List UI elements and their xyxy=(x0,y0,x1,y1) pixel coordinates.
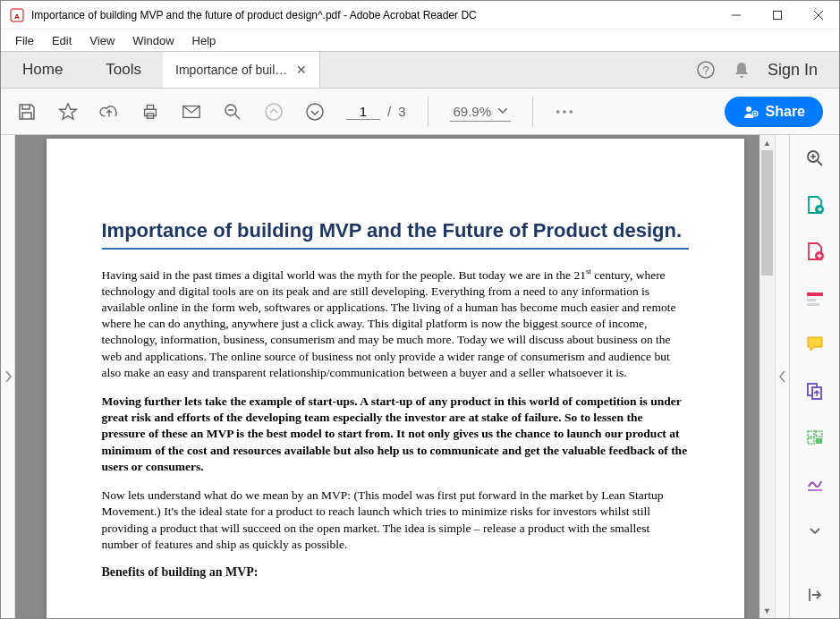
svg-text:A: A xyxy=(14,13,20,21)
export-pdf-icon[interactable] xyxy=(804,194,826,216)
help-icon[interactable]: ? xyxy=(696,60,716,80)
svg-line-13 xyxy=(235,114,240,119)
svg-line-25 xyxy=(818,161,822,165)
menu-edit[interactable]: Edit xyxy=(45,32,79,49)
zoom-indicator[interactable]: 69.9% xyxy=(450,102,512,122)
more-tools-icon[interactable] xyxy=(804,520,826,541)
menu-view[interactable]: View xyxy=(82,32,122,49)
right-panel xyxy=(789,135,839,618)
tab-document[interactable]: Importance of buil… ✕ xyxy=(163,52,320,88)
scrollbar[interactable]: ▲ ▼ xyxy=(759,135,775,618)
svg-rect-39 xyxy=(808,438,814,444)
top-right-tools: ? Sign In xyxy=(696,52,839,88)
doc-benefits-heading: Benefits of building an MVP: xyxy=(102,565,689,580)
toolbar-separator xyxy=(532,97,533,127)
window-controls xyxy=(716,1,839,30)
svg-point-17 xyxy=(556,110,560,114)
page-separator: / xyxy=(387,104,391,119)
page-total: 3 xyxy=(398,104,405,119)
doc-para1: Having said in the past times a digital … xyxy=(102,266,689,381)
svg-rect-9 xyxy=(147,105,153,109)
menu-window[interactable]: Window xyxy=(125,32,181,49)
svg-rect-40 xyxy=(816,438,822,444)
svg-rect-34 xyxy=(807,303,819,306)
create-pdf-icon[interactable] xyxy=(804,241,826,262)
svg-point-19 xyxy=(570,110,573,114)
tab-document-label: Importance of buil… xyxy=(175,63,287,77)
page-current-input[interactable] xyxy=(346,104,380,120)
combine-files-icon[interactable] xyxy=(804,380,826,402)
organize-pages-icon[interactable] xyxy=(804,427,826,448)
zoom-value: 69.9% xyxy=(454,104,492,119)
doc-para2: Moving further lets take the example of … xyxy=(102,394,689,475)
svg-rect-33 xyxy=(807,299,816,301)
share-user-icon xyxy=(742,104,759,120)
svg-text:?: ? xyxy=(702,64,708,77)
svg-point-16 xyxy=(307,104,323,120)
app-icon: A xyxy=(10,8,24,22)
window-title: Importance of building MVP and the futur… xyxy=(31,9,716,21)
cloud-upload-icon[interactable] xyxy=(99,102,119,122)
titlebar: A Importance of building MVP and the fut… xyxy=(1,1,839,30)
signin-link[interactable]: Sign In xyxy=(768,61,818,80)
minimize-button[interactable] xyxy=(716,1,757,30)
document-viewport[interactable]: Importance of building MVP and the Futur… xyxy=(15,135,775,618)
svg-rect-8 xyxy=(145,109,157,115)
menu-file[interactable]: File xyxy=(8,32,41,49)
mail-icon[interactable] xyxy=(182,102,201,122)
page-up-icon[interactable] xyxy=(264,102,284,122)
share-button[interactable]: Share xyxy=(725,97,823,127)
svg-point-15 xyxy=(266,104,282,120)
doc-heading: Importance of building MVP and the Futur… xyxy=(102,219,689,250)
star-icon[interactable] xyxy=(58,102,78,122)
menubar: File Edit View Window Help xyxy=(1,30,839,51)
edit-pdf-icon[interactable] xyxy=(804,287,826,309)
chevron-down-icon xyxy=(498,108,507,114)
tab-home[interactable]: Home xyxy=(1,52,84,88)
svg-rect-37 xyxy=(808,431,814,437)
print-icon[interactable] xyxy=(140,102,160,122)
collapse-panel-icon[interactable] xyxy=(804,584,826,606)
doc-para3: Now lets understand what do we mean by a… xyxy=(102,488,689,553)
svg-rect-3 xyxy=(774,11,782,19)
right-panel-toggle[interactable] xyxy=(775,135,789,618)
bell-icon[interactable] xyxy=(732,60,751,80)
svg-rect-38 xyxy=(816,431,822,437)
svg-rect-32 xyxy=(807,293,823,296)
document-page: Importance of building MVP and the Futur… xyxy=(47,139,744,618)
toolbar: / 3 69.9% Share xyxy=(1,89,839,135)
search-icon[interactable] xyxy=(223,102,242,122)
tab-close-icon[interactable]: ✕ xyxy=(296,63,307,77)
scroll-down-icon[interactable]: ▼ xyxy=(759,603,775,618)
svg-point-20 xyxy=(746,106,751,112)
scroll-up-icon[interactable]: ▲ xyxy=(759,135,775,150)
page-indicator: / 3 xyxy=(346,104,406,120)
top-tabs: Home Tools Importance of buil… ✕ ? Sign … xyxy=(1,51,839,89)
menu-help[interactable]: Help xyxy=(185,32,224,49)
scroll-thumb[interactable] xyxy=(761,150,773,276)
svg-point-18 xyxy=(563,110,566,114)
content-area: Importance of building MVP and the Futur… xyxy=(1,135,839,618)
save-icon[interactable] xyxy=(17,102,37,122)
sign-icon[interactable] xyxy=(804,473,826,495)
close-button[interactable] xyxy=(798,1,839,30)
toolbar-separator xyxy=(428,97,428,127)
share-label: Share xyxy=(766,104,805,120)
page-down-icon[interactable] xyxy=(305,102,325,122)
zoom-panel-icon[interactable] xyxy=(804,148,826,169)
tab-tools[interactable]: Tools xyxy=(84,52,163,88)
comment-icon[interactable] xyxy=(804,334,826,355)
maximize-button[interactable] xyxy=(757,1,798,30)
left-panel-toggle[interactable] xyxy=(1,135,15,618)
more-icon[interactable] xyxy=(555,102,574,122)
